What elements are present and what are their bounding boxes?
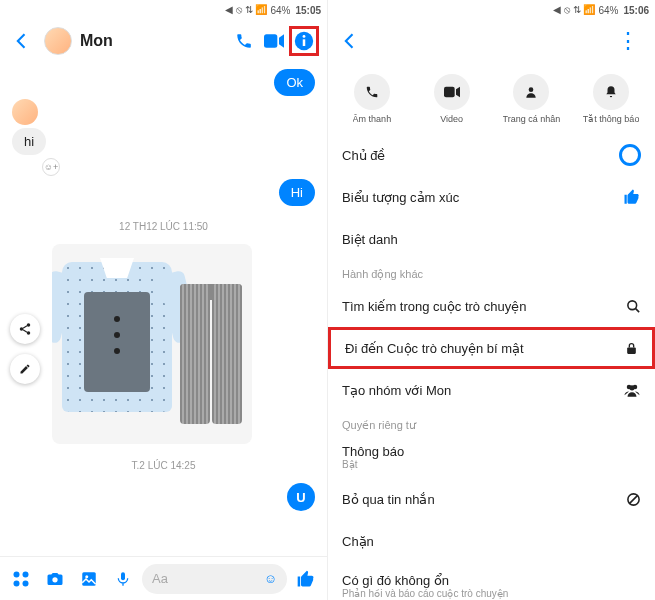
action-video[interactable]: Video: [412, 74, 492, 124]
msg-me[interactable]: Ok: [274, 69, 315, 96]
group-icon: [623, 383, 641, 397]
edit-icon[interactable]: [10, 354, 40, 384]
timestamp: 12 TH12 LÚC 11:50: [12, 209, 315, 240]
svg-point-9: [14, 580, 20, 586]
back-arrow-icon[interactable]: [8, 27, 36, 55]
bell-icon: [593, 74, 629, 110]
opt-block[interactable]: Chặn: [328, 520, 655, 562]
msg-avatar[interactable]: [12, 99, 38, 125]
svg-point-4: [27, 323, 31, 327]
composer: Aa ☺: [0, 556, 327, 600]
status-bar: ◀ ⦸ ⇅ 📶 64% 15:05: [0, 0, 327, 20]
opt-nickname[interactable]: Biệt danh: [328, 218, 655, 260]
svg-point-6: [27, 331, 31, 335]
lock-icon: [625, 341, 638, 356]
opt-theme[interactable]: Chủ đề: [328, 134, 655, 176]
clock: 15:05: [295, 5, 321, 16]
message-input[interactable]: Aa ☺: [142, 564, 287, 594]
svg-point-21: [629, 385, 634, 390]
status-icons: ◀ ⦸ ⇅ 📶: [225, 4, 267, 16]
quick-actions: Âm thanh Video Trang cá nhân Tắt thông b…: [328, 62, 655, 134]
section-other: Hành động khác: [328, 260, 655, 285]
section-privacy: Quyền riêng tư: [328, 411, 655, 436]
input-placeholder: Aa: [152, 571, 168, 586]
video-call-icon[interactable]: [259, 26, 289, 56]
reaction-add-icon[interactable]: ☺+: [42, 158, 60, 176]
contact-avatar[interactable]: [44, 27, 72, 55]
call-icon[interactable]: [229, 26, 259, 56]
info-icon[interactable]: [289, 26, 319, 56]
action-audio[interactable]: Âm thanh: [332, 74, 412, 124]
svg-point-3: [303, 35, 306, 38]
svg-rect-2: [303, 39, 306, 46]
svg-point-10: [23, 580, 29, 586]
chat-header: Mon: [0, 20, 327, 62]
opt-search[interactable]: Tìm kiếm trong cuộc trò chuyện: [328, 285, 655, 327]
svg-rect-18: [627, 347, 636, 354]
svg-point-5: [20, 327, 24, 331]
contact-name[interactable]: Mon: [80, 32, 229, 50]
battery: 64%: [598, 5, 618, 16]
clock: 15:06: [623, 5, 649, 16]
svg-point-13: [85, 575, 88, 578]
kebab-menu-icon[interactable]: ⋮: [609, 24, 647, 58]
like-send-icon[interactable]: [291, 564, 321, 594]
gallery-icon[interactable]: [74, 564, 104, 594]
opt-report[interactable]: Có gì đó không ổn Phản hồi và báo cáo cu…: [328, 562, 655, 600]
details-header: ⋮: [328, 20, 655, 62]
svg-rect-15: [444, 87, 455, 98]
svg-rect-12: [82, 572, 96, 586]
svg-rect-14: [121, 572, 125, 580]
person-icon: [513, 74, 549, 110]
back-arrow-icon[interactable]: [336, 27, 364, 55]
status-icons: ◀ ⦸ ⇅ 📶: [553, 4, 595, 16]
opt-ignore[interactable]: Bỏ qua tin nhắn: [328, 478, 655, 520]
action-mute[interactable]: Tắt thông báo: [571, 74, 651, 124]
svg-rect-0: [264, 34, 277, 47]
emoji-picker-icon[interactable]: ☺: [264, 571, 277, 586]
share-icon[interactable]: [10, 314, 40, 344]
action-profile[interactable]: Trang cá nhân: [492, 74, 572, 124]
search-icon: [626, 299, 641, 314]
mic-icon[interactable]: [108, 564, 138, 594]
outfit-image: [62, 254, 242, 434]
msg-them[interactable]: hi: [12, 128, 46, 155]
opt-secret-conversation[interactable]: Đi đến Cuộc trò chuyện bí mật: [328, 327, 655, 369]
apps-icon[interactable]: [6, 564, 36, 594]
battery: 64%: [270, 5, 290, 16]
camera-icon[interactable]: [40, 564, 70, 594]
chat-pane: ◀ ⦸ ⇅ 📶 64% 15:05 Mon Ok hi ☺+ Hi 12 TH1…: [0, 0, 328, 600]
opt-notifications[interactable]: Thông báo Bật: [328, 436, 655, 478]
svg-point-17: [628, 300, 637, 309]
opt-create-group[interactable]: Tạo nhóm với Mon: [328, 369, 655, 411]
svg-point-16: [529, 87, 534, 92]
phone-icon: [354, 74, 390, 110]
theme-dot-icon: [619, 144, 641, 166]
ignore-icon: [626, 492, 641, 507]
video-icon: [434, 74, 470, 110]
chat-body: Ok hi ☺+ Hi 12 TH12 LÚC 11:50: [0, 62, 327, 515]
like-icon: [623, 188, 641, 206]
svg-point-8: [23, 571, 29, 577]
svg-point-11: [52, 577, 57, 582]
svg-point-7: [14, 571, 20, 577]
image-message[interactable]: [52, 244, 252, 444]
details-pane: ◀ ⦸ ⇅ 📶 64% 15:06 ⋮ Âm thanh Video Trang…: [328, 0, 655, 600]
status-bar: ◀ ⦸ ⇅ 📶 64% 15:06: [328, 0, 655, 20]
msg-me[interactable]: Hi: [279, 179, 315, 206]
unread-badge[interactable]: U: [287, 483, 315, 511]
timestamp: T.2 LÚC 14:25: [12, 448, 315, 479]
opt-emoji[interactable]: Biểu tượng cảm xúc: [328, 176, 655, 218]
